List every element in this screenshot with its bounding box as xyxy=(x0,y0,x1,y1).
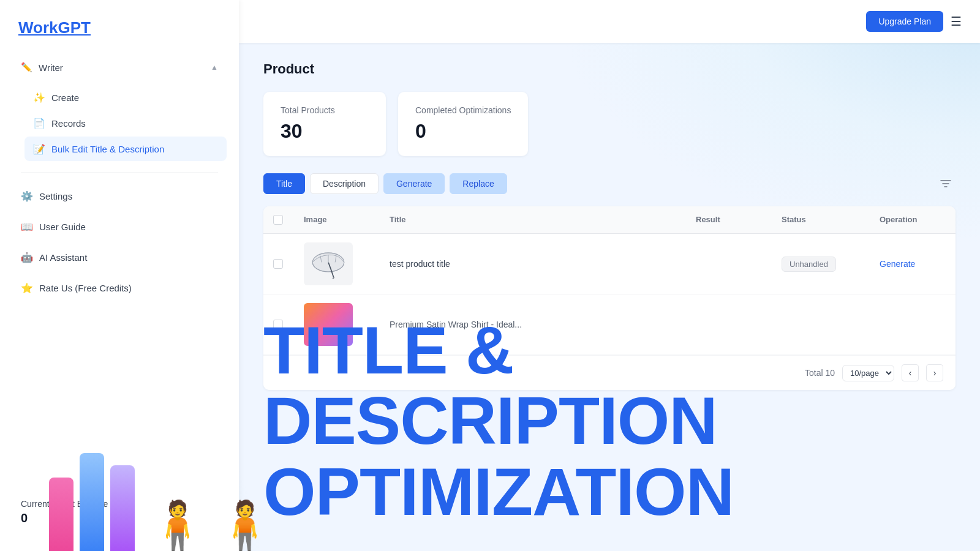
stat-card-completed-optimizations: Completed Optimizations 0 xyxy=(398,92,528,156)
main-content: Upgrade Plan ☰ Product Total Products 30… xyxy=(239,0,980,551)
sidebar-item-records[interactable]: 📄 Records xyxy=(24,111,227,135)
tab-description[interactable]: Description xyxy=(310,173,379,194)
row-2-image-cell xyxy=(294,294,380,354)
stat-card-total-products: Total Products 30 xyxy=(263,92,386,156)
row-1-status-cell: Unhandled xyxy=(772,248,870,280)
th-checkbox xyxy=(263,206,294,233)
tab-title[interactable]: Title xyxy=(263,173,305,194)
writer-icon: ✏️ xyxy=(21,62,32,73)
figure-right: 🧍 xyxy=(214,502,276,551)
row-2-operation-cell xyxy=(870,316,956,333)
figures-area: 🧍 🧍 xyxy=(0,367,257,551)
nav-divider-1 xyxy=(21,172,218,173)
row-1-checkbox-cell xyxy=(263,250,294,277)
chart-bar-3 xyxy=(110,465,135,551)
row-1-result-cell xyxy=(686,255,772,272)
rate-icon: ⭐ xyxy=(21,282,33,294)
th-title: Title xyxy=(380,206,686,233)
th-image: Image xyxy=(294,206,380,233)
sidebar-item-ai-assistant[interactable]: 🤖 AI Assistant xyxy=(12,245,227,269)
completed-optimizations-label: Completed Optimizations xyxy=(415,105,511,115)
header-bar: Upgrade Plan ☰ xyxy=(239,0,980,43)
sidebar-item-bulk-edit[interactable]: 📝 Bulk Edit Title & Description xyxy=(24,137,227,161)
row-1-operation-cell: Generate xyxy=(870,250,956,277)
ai-assistant-icon: 🤖 xyxy=(21,251,33,263)
per-page-select[interactable]: 10/page 20/page 50/page xyxy=(842,365,894,381)
upgrade-plan-button[interactable]: Upgrade Plan xyxy=(866,11,943,32)
content-area: Product Total Products 30 Completed Opti… xyxy=(239,43,980,551)
filter-icon-button[interactable] xyxy=(936,174,956,193)
data-table: Image Title Result Status Operation xyxy=(263,206,956,390)
create-icon: ✨ xyxy=(33,91,45,103)
row-2-status-cell xyxy=(772,316,870,333)
row-1-title-cell: test product title xyxy=(380,250,686,277)
total-products-value: 30 xyxy=(281,120,369,143)
chart-bar-1 xyxy=(49,478,74,551)
sidebar-item-user-guide[interactable]: 📖 User Guide xyxy=(12,214,227,239)
row-1-generate-link[interactable]: Generate xyxy=(880,259,915,269)
figure-left: 🧍 xyxy=(147,502,208,551)
sidebar-item-writer[interactable]: ✏️ Writer ▲ xyxy=(12,56,227,79)
settings-icon: ⚙️ xyxy=(21,190,33,202)
row-2-checkbox-cell xyxy=(263,311,294,338)
chart-bar-2 xyxy=(80,453,104,551)
row-2-product-image xyxy=(304,303,353,346)
logo[interactable]: WorkGPT xyxy=(12,18,227,37)
prev-page-button[interactable]: ‹ xyxy=(902,364,919,381)
umbrella-image-svg xyxy=(307,246,350,282)
records-icon: 📄 xyxy=(33,117,45,129)
hamburger-menu-icon[interactable]: ☰ xyxy=(951,14,962,29)
next-page-button[interactable]: › xyxy=(926,364,943,381)
stats-row: Total Products 30 Completed Optimization… xyxy=(263,92,956,156)
sidebar-item-rate-us[interactable]: ⭐ Rate Us (Free Credits) xyxy=(12,276,227,300)
row-1-status-badge: Unhandled xyxy=(782,257,836,272)
header-checkbox[interactable] xyxy=(273,215,283,225)
total-products-label: Total Products xyxy=(281,105,369,115)
table-row: Premium Satin Wrap Shirt - Ideal... xyxy=(263,294,956,355)
th-operation: Operation xyxy=(870,206,956,233)
pagination-bar: Total 10 10/page 20/page 50/page ‹ › xyxy=(263,355,956,390)
table-header: Image Title Result Status Operation xyxy=(263,206,956,234)
filter-icon xyxy=(940,178,952,190)
completed-optimizations-value: 0 xyxy=(415,120,511,143)
row-1-image-cell xyxy=(294,234,380,294)
writer-sub-items: ✨ Create 📄 Records 📝 Bulk Edit Title & D… xyxy=(12,85,227,161)
chevron-up-icon: ▲ xyxy=(211,63,218,72)
row-2-title: Premium Satin Wrap Shirt - Ideal... xyxy=(390,320,522,329)
replace-button[interactable]: Replace xyxy=(450,173,507,194)
row-2-title-cell: Premium Satin Wrap Shirt - Ideal... xyxy=(380,311,686,338)
bulk-edit-icon: 📝 xyxy=(33,143,45,155)
row-1-title: test product title xyxy=(390,259,450,269)
generate-button[interactable]: Generate xyxy=(383,173,445,194)
row-2-checkbox[interactable] xyxy=(273,320,283,329)
row-1-product-image xyxy=(304,242,353,285)
page-title: Product xyxy=(263,61,956,77)
table-row: test product title Unhandled Generate xyxy=(263,234,956,294)
sidebar-item-create[interactable]: ✨ Create xyxy=(24,85,227,110)
tab-bar: Title Description Generate Replace xyxy=(263,173,956,194)
row-1-checkbox[interactable] xyxy=(273,259,283,269)
th-result: Result xyxy=(686,206,772,233)
th-status: Status xyxy=(772,206,870,233)
sidebar-item-settings[interactable]: ⚙️ Settings xyxy=(12,184,227,208)
pagination-total: Total 10 xyxy=(805,368,835,378)
user-guide-icon: 📖 xyxy=(21,220,33,233)
row-2-result-cell xyxy=(686,316,772,333)
